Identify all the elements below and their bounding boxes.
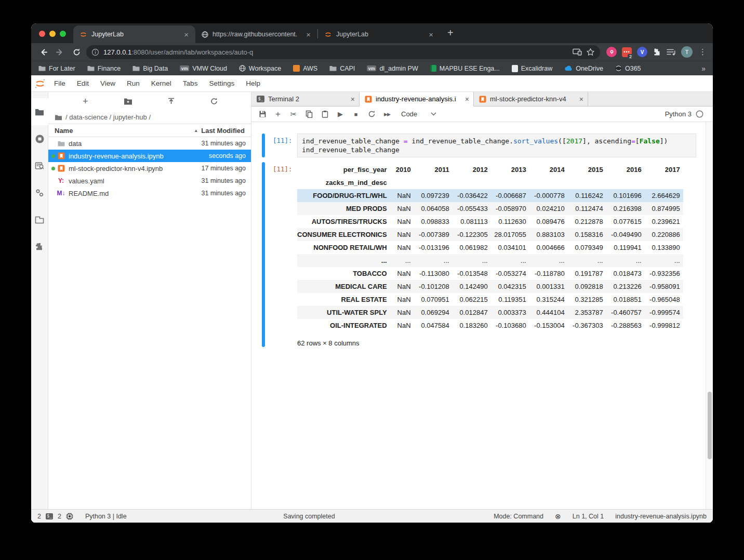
bookmark-item[interactable]: Finance bbox=[87, 65, 121, 72]
forward-button[interactable] bbox=[53, 45, 67, 59]
browser-menu-icon[interactable]: ⋮ bbox=[698, 47, 708, 57]
menu-view[interactable]: View bbox=[95, 79, 121, 87]
file-row[interactable]: Y:values.yaml31 minutes ago bbox=[48, 175, 251, 187]
close-tab-icon[interactable]: × bbox=[348, 95, 355, 103]
bookmark-item[interactable]: Big Data bbox=[132, 65, 168, 72]
paste-cells-button[interactable] bbox=[318, 108, 331, 121]
bookmark-item[interactable]: Workspace bbox=[239, 65, 281, 72]
menu-edit[interactable]: Edit bbox=[71, 79, 95, 87]
dock-tab[interactable]: industry-revenue-analysis.i× bbox=[360, 92, 474, 106]
bookmark-item[interactable]: OneDrive bbox=[564, 65, 603, 72]
close-tab-icon[interactable]: × bbox=[576, 95, 583, 103]
menu-help[interactable]: Help bbox=[240, 79, 266, 87]
extensions-puzzle-icon[interactable] bbox=[653, 48, 661, 57]
cut-cells-button[interactable]: ✂ bbox=[287, 108, 300, 121]
notebook-content[interactable]: [11]: ind_revenue_table_change = ind_rev… bbox=[251, 122, 713, 509]
status-bar: 2 $_ 2 Python 3 | Idle Saving completed … bbox=[31, 509, 713, 523]
file-row[interactable]: industry-revenue-analysis.ipynbseconds a… bbox=[48, 150, 251, 162]
table-cell: -0.113080 bbox=[414, 267, 453, 280]
menu-tabs[interactable]: Tabs bbox=[177, 79, 204, 87]
add-cell-button[interactable]: + bbox=[271, 108, 285, 121]
browser-tab[interactable]: JupyterLab× bbox=[318, 25, 440, 43]
bookmark-item[interactable]: MAPBU ESE Enga... bbox=[430, 65, 500, 72]
close-tab-icon[interactable]: × bbox=[427, 30, 435, 39]
new-launcher-button[interactable]: + bbox=[78, 95, 92, 108]
restart-run-all-button[interactable]: ▶▶ bbox=[380, 108, 394, 121]
dock-tab[interactable]: $_Terminal 2× bbox=[251, 92, 360, 106]
file-browser-tab[interactable] bbox=[31, 98, 48, 125]
name-column-header[interactable]: Name bbox=[55, 127, 73, 135]
settings-gears-tab[interactable] bbox=[31, 179, 48, 206]
password-extension-icon[interactable] bbox=[606, 47, 617, 57]
file-row[interactable]: data31 minutes ago bbox=[48, 137, 251, 150]
menu-settings[interactable]: Settings bbox=[203, 79, 240, 87]
back-button[interactable] bbox=[36, 45, 50, 59]
code-editor[interactable]: ind_revenue_table_change = ind_revenue_t… bbox=[297, 134, 696, 157]
new-tab-button[interactable]: + bbox=[440, 27, 460, 43]
browser-tab[interactable]: JupyterLab× bbox=[73, 25, 195, 43]
scrollbar-thumb[interactable] bbox=[708, 392, 712, 459]
cell-type-dropdown[interactable]: Code bbox=[396, 110, 442, 118]
bookmarks-overflow-icon[interactable]: » bbox=[701, 64, 706, 73]
copy-cells-button[interactable] bbox=[302, 108, 316, 121]
file-row[interactable]: ml-stock-predictor-knn-v4.ipynb17 minute… bbox=[48, 162, 251, 175]
bookmark-item[interactable]: For Later bbox=[38, 65, 75, 72]
menu-file[interactable]: File bbox=[48, 79, 71, 87]
media-controls-icon[interactable] bbox=[667, 48, 676, 56]
red-extension-icon[interactable]: •••2 bbox=[622, 47, 632, 57]
kernel-status-text[interactable]: Python 3 | Idle bbox=[85, 513, 127, 520]
bookmark-item[interactable]: O365 bbox=[615, 65, 641, 72]
cast-devices-icon[interactable] bbox=[573, 48, 582, 56]
extension-manager-tab[interactable] bbox=[31, 233, 48, 260]
table-cell: ... bbox=[414, 254, 453, 267]
refresh-file-list-button[interactable] bbox=[207, 95, 221, 108]
site-info-icon[interactable] bbox=[91, 48, 99, 56]
browser-tab-title: https://raw.githubusercontent. bbox=[212, 31, 300, 38]
v-extension-icon[interactable]: V bbox=[637, 47, 647, 57]
profile-avatar[interactable]: T bbox=[681, 46, 693, 58]
close-tab-icon[interactable]: × bbox=[304, 30, 312, 39]
dock-tab[interactable]: ml-stock-predictor-knn-v4× bbox=[474, 92, 588, 106]
menu-run[interactable]: Run bbox=[121, 79, 145, 87]
property-inspector-tab[interactable] bbox=[31, 152, 48, 179]
url-text[interactable]: 127.0.0.1:8080/user/admin/lab/workspaces… bbox=[103, 48, 568, 56]
table-cell: -0.103680 bbox=[491, 319, 529, 332]
cursor-position[interactable]: Ln 1, Col 1 bbox=[573, 513, 604, 520]
bookmark-item[interactable]: Excalidraw bbox=[512, 65, 552, 72]
upload-button[interactable] bbox=[164, 95, 178, 108]
file-row[interactable]: M↓README.md31 minutes ago bbox=[48, 187, 251, 199]
close-window-button[interactable] bbox=[39, 31, 45, 37]
interrupt-kernel-button[interactable]: ■ bbox=[349, 108, 363, 121]
run-cell-button[interactable]: ▶ bbox=[334, 108, 347, 121]
browser-tab[interactable]: https://raw.githubusercontent.× bbox=[195, 25, 317, 43]
bookmark-item[interactable]: CAPI bbox=[329, 65, 355, 72]
bookmark-item[interactable]: vmdl_admin PW bbox=[367, 65, 418, 72]
close-tab-icon[interactable]: × bbox=[182, 30, 190, 39]
reload-button[interactable] bbox=[70, 45, 83, 59]
trust-shield-icon[interactable]: ⊗ bbox=[555, 512, 561, 521]
restart-kernel-button[interactable] bbox=[365, 108, 378, 121]
address-bar[interactable]: 127.0.0.1:8080/user/admin/lab/workspaces… bbox=[86, 45, 600, 59]
maximize-window-button[interactable] bbox=[60, 31, 66, 37]
bookmark-item[interactable]: AWS bbox=[293, 65, 317, 72]
code-cell-input[interactable]: [11]: ind_revenue_table_change = ind_rev… bbox=[262, 134, 706, 157]
table-cell: -0.965048 bbox=[645, 293, 683, 306]
breadcrumb[interactable]: / data-science / jupyter-hub / bbox=[48, 111, 251, 124]
menu-kernel[interactable]: Kernel bbox=[145, 79, 177, 87]
bookmark-star-icon[interactable] bbox=[586, 48, 595, 57]
new-folder-button[interactable] bbox=[122, 95, 135, 108]
table-cell: 0.213226 bbox=[606, 280, 645, 293]
modified-column-header[interactable]: ▲ Last Modified bbox=[194, 127, 245, 135]
table-cell: -0.055433 bbox=[453, 202, 491, 215]
open-tabs-tab[interactable] bbox=[31, 206, 48, 233]
sessions-status[interactable]: 2 $_ 2 Python 3 | Idle bbox=[37, 513, 127, 520]
close-tab-icon[interactable]: × bbox=[462, 95, 469, 103]
table-cell: 0.024210 bbox=[529, 202, 568, 215]
save-button[interactable] bbox=[256, 108, 269, 121]
minimize-window-button[interactable] bbox=[49, 31, 56, 37]
running-sessions-tab[interactable] bbox=[31, 125, 48, 152]
kernel-indicator[interactable]: Python 3 bbox=[665, 110, 709, 118]
notebook-scrollbar[interactable] bbox=[706, 122, 713, 509]
bookmark-item[interactable]: vmVMW Cloud bbox=[180, 65, 227, 72]
notebook-mode[interactable]: Mode: Command bbox=[494, 513, 543, 520]
